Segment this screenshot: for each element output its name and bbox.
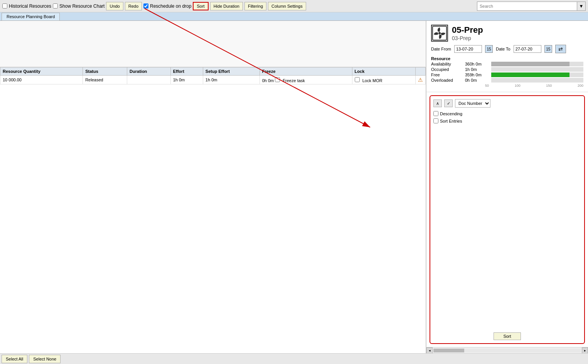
occupied-row: Occupied 1h 0m xyxy=(431,67,583,72)
free-value: 359h 0m xyxy=(465,72,488,77)
table-row: 10 000.00 Released 1h 0m 1h 0m 0h 0m Fre… xyxy=(0,76,426,84)
hide-duration-button[interactable]: Hide Duration xyxy=(210,2,243,10)
warning-icon: ⚠ xyxy=(418,77,423,83)
filtering-button[interactable]: Filtering xyxy=(244,2,266,10)
resource-titles: 05-Prep 03-Prep xyxy=(452,25,483,41)
cell-status: Released xyxy=(83,76,127,84)
descending-checkbox[interactable] xyxy=(433,111,438,116)
col-duration: Duration xyxy=(127,67,171,76)
free-bar xyxy=(491,72,569,77)
resource-header: 05-Prep 03-Prep Date From 15 Date To 15 … xyxy=(426,21,588,92)
freeze-task-checkbox[interactable] xyxy=(275,77,280,82)
col-effort: Effort xyxy=(170,67,203,76)
sort-panel: ∧ ✓ Doc Number Date Priority Resource De… xyxy=(430,95,585,344)
resource-title-row: 05-Prep 03-Prep xyxy=(431,25,583,42)
left-panel: Resource Quantity Status Duration Effort… xyxy=(0,21,426,353)
occupied-value: 1h 0m xyxy=(465,67,488,72)
availability-row: Availability 360h 0m xyxy=(431,62,583,66)
lock-mor-checkbox[interactable] xyxy=(355,77,360,82)
free-bar-container xyxy=(491,72,583,77)
overloaded-bar-container xyxy=(491,78,583,83)
resource-sub-title: 03-Prep xyxy=(452,35,483,41)
sort-up-button[interactable]: ∧ xyxy=(433,99,442,107)
cell-setup-effort: 1h 0m xyxy=(203,76,259,84)
select-none-button[interactable]: Select None xyxy=(29,355,61,363)
resource-label: Resource xyxy=(431,56,583,61)
sort-panel-controls: ∧ ✓ Doc Number Date Priority Resource xyxy=(433,99,581,108)
cell-duration xyxy=(127,76,171,84)
date-to-label: Date To xyxy=(496,47,510,51)
resource-stats: Resource Availability 360h 0m Occupied 1… xyxy=(431,56,583,88)
right-panel: 05-Prep 03-Prep Date From 15 Date To 15 … xyxy=(426,21,588,353)
col-lock: Lock xyxy=(352,67,415,76)
sort-footer: Sort xyxy=(433,332,581,340)
search-container: ▼ xyxy=(477,2,586,11)
horizontal-scrollbar[interactable]: ◂ ▸ xyxy=(426,347,588,353)
reschedule-on-drop-label: Reschedule on drop xyxy=(150,3,191,9)
bar-scale: 50 100 150 200 xyxy=(431,83,583,88)
historical-resources-checkbox[interactable] xyxy=(2,3,7,8)
sort-entries-checkbox[interactable] xyxy=(433,118,438,123)
redo-button[interactable]: Redo xyxy=(125,2,142,10)
availability-value: 360h 0m xyxy=(465,62,488,66)
availability-bar xyxy=(491,62,569,66)
scroll-thumb[interactable] xyxy=(433,349,464,352)
availability-bar-container xyxy=(491,62,583,66)
sort-entries-label: Sort Entries xyxy=(440,119,462,123)
overloaded-row: Overloaded 0h 0m xyxy=(431,78,583,83)
sort-field-select[interactable]: Doc Number Date Priority Resource xyxy=(455,99,490,108)
sort-content-area xyxy=(433,125,581,331)
resource-icon xyxy=(431,25,448,42)
col-status: Status xyxy=(83,67,127,76)
occupied-label: Occupied xyxy=(431,67,462,72)
cell-resource-quantity: 10 000.00 xyxy=(0,76,83,84)
date-to-input[interactable] xyxy=(514,45,541,53)
date-to-btn[interactable]: 15 xyxy=(544,45,552,53)
column-settings-button[interactable]: Column Settings xyxy=(268,2,306,10)
scroll-right-button[interactable]: ▸ xyxy=(582,347,588,354)
col-resource-quantity: Resource Quantity xyxy=(0,67,83,76)
date-from-btn[interactable]: 15 xyxy=(485,45,493,53)
historical-resources-label: Historical Resources xyxy=(9,3,51,9)
search-input[interactable] xyxy=(477,2,577,11)
date-row: Date From 15 Date To 15 ⇄ xyxy=(431,45,583,53)
fan-icon xyxy=(432,26,447,40)
free-label: Free xyxy=(431,72,462,77)
descending-row: Descending xyxy=(433,111,581,116)
select-all-button[interactable]: Select All xyxy=(2,355,27,363)
occupied-bar-container xyxy=(491,67,583,72)
availability-label: Availability xyxy=(431,62,462,66)
search-icon[interactable]: ▼ xyxy=(577,2,586,11)
col-warning xyxy=(416,67,426,76)
main-content: Resource Quantity Status Duration Effort… xyxy=(0,21,588,353)
cell-lock: Lock MOR xyxy=(352,76,415,84)
toolbar: Historical Resources Show Resource Chart… xyxy=(0,0,588,12)
free-row: Free 359h 0m xyxy=(431,72,583,77)
tab-resource-planning-board[interactable]: Resource Planning Board xyxy=(2,13,60,20)
show-resource-chart-label: Show Resource Chart xyxy=(59,3,104,9)
descending-label: Descending xyxy=(440,111,462,116)
scroll-left-button[interactable]: ◂ xyxy=(426,347,433,354)
refresh-button[interactable]: ⇄ xyxy=(555,45,566,53)
resource-main-title: 05-Prep xyxy=(452,25,483,35)
undo-button[interactable]: Undo xyxy=(106,2,123,10)
svg-point-0 xyxy=(438,32,441,34)
cell-warning-icon: ⚠ xyxy=(416,76,426,84)
reschedule-on-drop-checkbox[interactable] xyxy=(143,3,148,8)
sort-execute-button[interactable]: Sort xyxy=(494,332,521,340)
spacer-area xyxy=(0,21,426,67)
show-resource-chart-checkbox[interactable] xyxy=(53,3,58,8)
sort-button[interactable]: Sort xyxy=(193,2,208,10)
col-setup-effort: Setup Effort xyxy=(203,67,259,76)
overloaded-value: 0h 0m xyxy=(465,78,488,83)
tab-bar: Resource Planning Board xyxy=(0,12,588,21)
scroll-track[interactable] xyxy=(433,349,581,352)
cell-freeze: 0h 0m Freeze task xyxy=(259,76,352,84)
sort-check-button[interactable]: ✓ xyxy=(444,99,453,107)
col-freeze: Freeze xyxy=(259,67,352,76)
date-from-input[interactable] xyxy=(454,45,482,53)
data-table: Resource Quantity Status Duration Effort… xyxy=(0,67,426,84)
bottom-bar: Select All Select None xyxy=(0,353,588,364)
sort-entries-row: Sort Entries xyxy=(433,118,581,123)
overloaded-label: Overloaded xyxy=(431,78,462,83)
